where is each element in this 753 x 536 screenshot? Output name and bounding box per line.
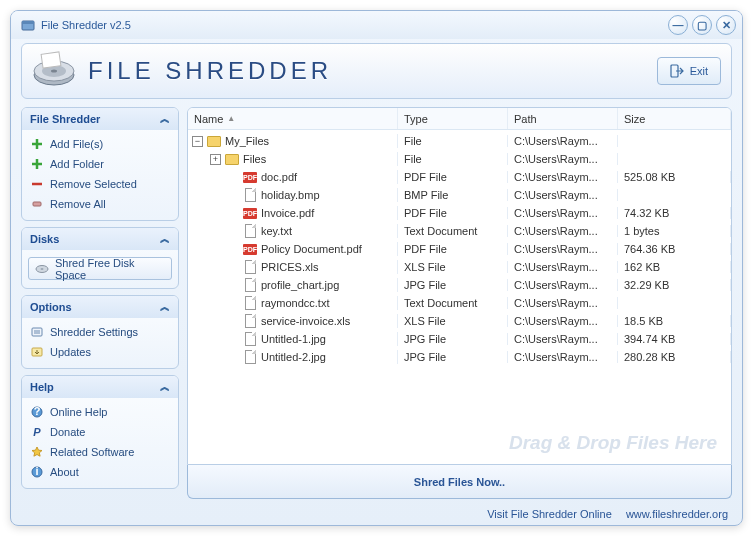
file-row[interactable]: holiday.bmpBMP FileC:\Users\Raym... xyxy=(188,186,731,204)
file-path: C:\Users\Raym... xyxy=(508,261,618,273)
file-type: JPG File xyxy=(398,279,508,291)
sidebar-item-label: Shredder Settings xyxy=(50,326,138,338)
svg-text:P: P xyxy=(33,426,41,438)
file-icon xyxy=(243,224,257,238)
file-row[interactable]: raymondcc.txtText DocumentC:\Users\Raym.… xyxy=(188,294,731,312)
file-row[interactable]: profile_chart.jpgJPG FileC:\Users\Raym..… xyxy=(188,276,731,294)
chevron-up-icon: ︽ xyxy=(160,380,170,394)
file-row[interactable]: service-invoice.xlsXLS FileC:\Users\Raym… xyxy=(188,312,731,330)
sidebar-item-add-folder[interactable]: Add Folder xyxy=(28,154,172,174)
file-type: PDF File xyxy=(398,243,508,255)
file-size: 162 KB xyxy=(618,261,731,273)
shred-free-space-button[interactable]: Shred Free Disk Space xyxy=(28,257,172,280)
file-size: 764.36 KB xyxy=(618,243,731,255)
sidebar-item-remove-selected[interactable]: Remove Selected xyxy=(28,174,172,194)
folder-icon xyxy=(225,152,239,166)
file-rows[interactable]: − My_FilesFileC:\Users\Raym...+ FilesFil… xyxy=(188,130,731,464)
footer-text: Visit File Shredder Online xyxy=(487,508,612,520)
app-window: File Shredder v2.5 — ▢ ✕ FILE SHREDDER E… xyxy=(10,10,743,526)
svg-rect-1 xyxy=(22,21,34,24)
file-type: XLS File xyxy=(398,261,508,273)
file-type: File xyxy=(398,135,508,147)
footer: Visit File Shredder Online www.fileshred… xyxy=(11,503,742,525)
file-name: Untitled-2.jpg xyxy=(261,351,326,363)
minus-red-icon xyxy=(30,177,44,191)
sidebar-item-about[interactable]: iAbout xyxy=(28,462,172,482)
updates-icon xyxy=(30,345,44,359)
panel-header-options[interactable]: Options ︽ xyxy=(22,296,178,318)
file-name: holiday.bmp xyxy=(261,189,320,201)
tree-expander[interactable]: + xyxy=(210,154,221,165)
eraser-icon xyxy=(30,197,44,211)
main-area: Name▲ Type Path Size − My_FilesFileC:\Us… xyxy=(187,107,732,499)
sidebar-item-label: Remove Selected xyxy=(50,178,137,190)
sidebar-item-shredder-settings[interactable]: Shredder Settings xyxy=(28,322,172,342)
file-path: C:\Users\Raym... xyxy=(508,225,618,237)
star-icon xyxy=(30,445,44,459)
footer-link[interactable]: www.fileshredder.org xyxy=(626,508,728,520)
sidebar-item-online-help[interactable]: ?Online Help xyxy=(28,402,172,422)
svg-rect-8 xyxy=(33,202,41,206)
tree-expander[interactable]: − xyxy=(192,136,203,147)
info-icon: i xyxy=(30,465,44,479)
file-path: C:\Users\Raym... xyxy=(508,333,618,345)
plus-green-icon xyxy=(30,157,44,171)
sidebar-item-updates[interactable]: Updates xyxy=(28,342,172,362)
sidebar-item-label: Related Software xyxy=(50,446,134,458)
sidebar-item-remove-all[interactable]: Remove All xyxy=(28,194,172,214)
file-name: Untitled-1.jpg xyxy=(261,333,326,345)
col-name[interactable]: Name▲ xyxy=(188,108,398,129)
file-path: C:\Users\Raym... xyxy=(508,207,618,219)
panel-header-help[interactable]: Help ︽ xyxy=(22,376,178,398)
file-path: C:\Users\Raym... xyxy=(508,135,618,147)
file-icon xyxy=(243,188,257,202)
file-name: Invoice.pdf xyxy=(261,207,314,219)
sidebar-item-label: Online Help xyxy=(50,406,107,418)
file-row[interactable]: Untitled-1.jpgJPG FileC:\Users\Raym...39… xyxy=(188,330,731,348)
file-type: JPG File xyxy=(398,333,508,345)
sidebar-item-related-software[interactable]: Related Software xyxy=(28,442,172,462)
file-row[interactable]: PDFdoc.pdfPDF FileC:\Users\Raym...525.08… xyxy=(188,168,731,186)
svg-text:?: ? xyxy=(34,406,41,417)
file-name: doc.pdf xyxy=(261,171,297,183)
file-row[interactable]: − My_FilesFileC:\Users\Raym... xyxy=(188,132,731,150)
panel-header-shredder[interactable]: File Shredder ︽ xyxy=(22,108,178,130)
sidebar-item-label: Updates xyxy=(50,346,91,358)
file-path: C:\Users\Raym... xyxy=(508,243,618,255)
col-path[interactable]: Path xyxy=(508,108,618,129)
svg-rect-6 xyxy=(41,52,61,68)
sidebar-item-label: Add File(s) xyxy=(50,138,103,150)
panel-header-disks[interactable]: Disks ︽ xyxy=(22,228,178,250)
file-icon xyxy=(243,350,257,364)
file-row[interactable]: + FilesFileC:\Users\Raym... xyxy=(188,150,731,168)
panel-options: Options ︽ Shredder SettingsUpdates xyxy=(21,295,179,369)
file-name: profile_chart.jpg xyxy=(261,279,339,291)
exit-label: Exit xyxy=(690,65,708,77)
svg-text:i: i xyxy=(35,466,38,477)
exit-button[interactable]: Exit xyxy=(657,57,721,85)
sidebar-item-label: Donate xyxy=(50,426,85,438)
sidebar-item-label: Add Folder xyxy=(50,158,104,170)
file-icon xyxy=(243,296,257,310)
sidebar: File Shredder ︽ Add File(s)Add FolderRem… xyxy=(21,107,179,499)
sidebar-item-label: Remove All xyxy=(50,198,106,210)
close-button[interactable]: ✕ xyxy=(716,15,736,35)
settings-icon xyxy=(30,325,44,339)
window-title: File Shredder v2.5 xyxy=(41,19,131,31)
file-type: PDF File xyxy=(398,171,508,183)
minimize-button[interactable]: — xyxy=(668,15,688,35)
file-size: 18.5 KB xyxy=(618,315,731,327)
file-row[interactable]: PDFPolicy Document.pdfPDF FileC:\Users\R… xyxy=(188,240,731,258)
sidebar-item-add-file-s-[interactable]: Add File(s) xyxy=(28,134,172,154)
file-row[interactable]: Untitled-2.jpgJPG FileC:\Users\Raym...28… xyxy=(188,348,731,366)
file-row[interactable]: PDFInvoice.pdfPDF FileC:\Users\Raym...74… xyxy=(188,204,731,222)
file-row[interactable]: PRICES.xlsXLS FileC:\Users\Raym...162 KB xyxy=(188,258,731,276)
file-type: PDF File xyxy=(398,207,508,219)
col-type[interactable]: Type xyxy=(398,108,508,129)
shred-files-button[interactable]: Shred Files Now.. xyxy=(187,465,732,499)
sidebar-item-donate[interactable]: PDonate xyxy=(28,422,172,442)
col-size[interactable]: Size xyxy=(618,108,731,129)
header: FILE SHREDDER Exit xyxy=(21,43,732,99)
maximize-button[interactable]: ▢ xyxy=(692,15,712,35)
file-row[interactable]: key.txtText DocumentC:\Users\Raym...1 by… xyxy=(188,222,731,240)
